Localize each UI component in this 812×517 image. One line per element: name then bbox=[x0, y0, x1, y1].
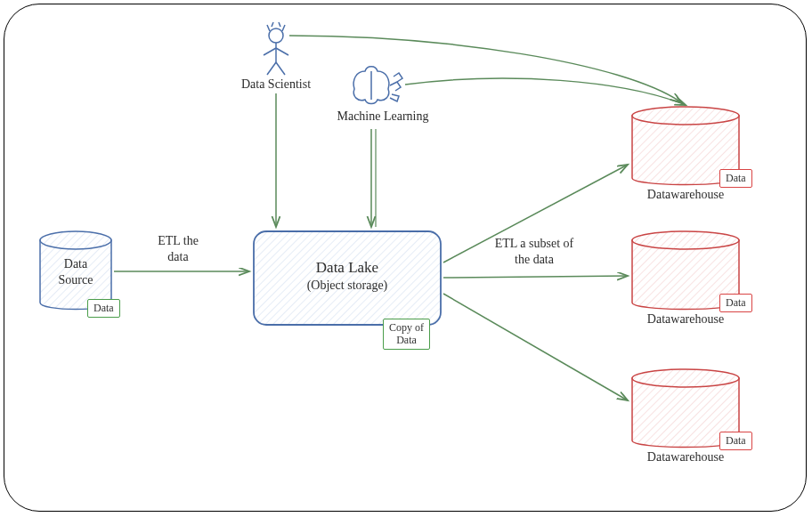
arrow-scientist-to-dw1 bbox=[289, 36, 681, 102]
data-source-tag: Data bbox=[87, 299, 120, 318]
datawarehouse-1-tag: Data bbox=[719, 169, 752, 188]
datawarehouse-2-tag: Data bbox=[719, 294, 752, 312]
svg-point-3 bbox=[40, 231, 111, 249]
arrow-ml-to-dw1 bbox=[405, 78, 686, 105]
svg-point-10 bbox=[632, 369, 739, 387]
machine-learning-icon bbox=[353, 67, 402, 104]
diagram-canvas: Data Scientist Machine Learning DataSour… bbox=[0, 0, 812, 517]
svg-point-11 bbox=[269, 28, 283, 43]
svg-line-13 bbox=[264, 48, 276, 55]
svg-line-16 bbox=[276, 62, 285, 75]
svg-line-15 bbox=[267, 62, 276, 75]
svg-line-14 bbox=[276, 48, 288, 55]
svg-point-8 bbox=[632, 231, 739, 249]
datawarehouse-3-label: Datawarehouse bbox=[632, 449, 739, 465]
data-lake-subtitle: (Object storage) bbox=[258, 278, 436, 294]
etl-subset-label: ETL a subset ofthe data bbox=[472, 236, 597, 268]
etl-data-label: ETL thedata bbox=[138, 233, 218, 265]
data-lake-tag: Copy ofData bbox=[383, 319, 430, 350]
machine-learning-label: Machine Learning bbox=[325, 109, 441, 125]
data-scientist-label: Data Scientist bbox=[227, 77, 325, 93]
svg-point-6 bbox=[632, 107, 739, 125]
datawarehouse-2-label: Datawarehouse bbox=[632, 311, 739, 327]
data-lake-title: Data Lake bbox=[258, 258, 436, 278]
data-source-label: DataSource bbox=[40, 256, 111, 288]
data-lake-label: Data Lake (Object storage) bbox=[258, 258, 436, 294]
datawarehouse-1-label: Datawarehouse bbox=[632, 187, 739, 203]
arrow-lake-to-dw2 bbox=[443, 276, 628, 278]
arrow-lake-to-dw3 bbox=[443, 294, 628, 400]
datawarehouse-3-tag: Data bbox=[719, 432, 752, 450]
data-scientist-icon bbox=[264, 22, 288, 75]
